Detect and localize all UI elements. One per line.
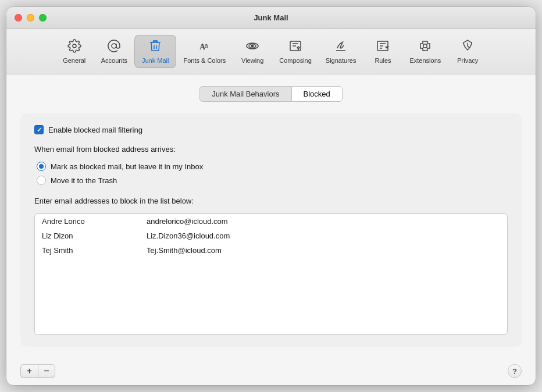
main-window: Junk Mail General Accounts <box>6 7 536 385</box>
radio-mark-blocked-row: Mark as blocked mail, but leave it in my… <box>37 162 508 171</box>
email-addr-1: Liz.Dizon36@icloud.com <box>147 231 230 240</box>
tab-junk-mail-behaviors[interactable]: Junk Mail Behaviors <box>199 86 291 102</box>
composing-icon <box>288 39 302 55</box>
accounts-label: Accounts <box>101 57 127 64</box>
svg-text:a: a <box>205 42 208 49</box>
tab-blocked[interactable]: Blocked <box>291 86 343 102</box>
minimize-button[interactable] <box>27 14 34 22</box>
toolbar: General Accounts <box>6 29 536 74</box>
table-row: Tej Smith Tej.Smith@icloud.com <box>35 243 507 258</box>
help-button[interactable]: ? <box>508 364 522 378</box>
toolbar-item-fonts-colors[interactable]: A a Fonts & Colors <box>176 35 233 67</box>
svg-point-0 <box>73 44 76 48</box>
junk-mail-icon <box>148 39 162 55</box>
junk-mail-label: Junk Mail <box>142 57 169 64</box>
at-icon <box>107 39 121 55</box>
window-title: Junk Mail <box>254 13 288 22</box>
general-label: General <box>63 57 85 64</box>
fonts-colors-label: Fonts & Colors <box>183 57 226 64</box>
composing-label: Composing <box>279 57 312 64</box>
toolbar-item-junk-mail[interactable]: Junk Mail <box>134 35 176 68</box>
radio-move-trash-label: Move it to the Trash <box>51 176 117 185</box>
toolbar-item-composing[interactable]: Composing <box>272 35 319 67</box>
email-list-inner: Andre Lorico andrelorico@icloud.com Liz … <box>35 214 507 334</box>
svg-point-5 <box>251 45 254 48</box>
settings-panel: Enable blocked mail filtering When email… <box>20 113 522 347</box>
extensions-icon <box>418 39 432 55</box>
enable-filtering-checkbox[interactable] <box>34 125 44 134</box>
radio-group: Mark as blocked mail, but leave it in my… <box>37 162 508 185</box>
viewing-icon <box>245 39 259 55</box>
email-addr-2: Tej.Smith@icloud.com <box>147 246 222 255</box>
bottom-bar: + − ? <box>6 358 536 385</box>
email-list: Andre Lorico andrelorico@icloud.com Liz … <box>34 213 508 335</box>
list-section-label: Enter email addresses to block in the li… <box>34 197 508 205</box>
toolbar-item-viewing[interactable]: Viewing <box>233 35 272 67</box>
toolbar-item-privacy[interactable]: Privacy <box>448 35 487 67</box>
svg-point-1 <box>112 44 116 48</box>
radio-mark-blocked-label: Mark as blocked mail, but leave it in my… <box>51 162 203 171</box>
content-area: Junk Mail Behaviors Blocked Enable block… <box>6 74 536 358</box>
rules-icon <box>376 39 390 55</box>
rules-label: Rules <box>375 57 391 64</box>
privacy-icon <box>461 39 475 55</box>
viewing-label: Viewing <box>241 57 263 64</box>
email-name-0: Andre Lorico <box>42 217 112 226</box>
privacy-label: Privacy <box>457 57 478 64</box>
radio-mark-blocked[interactable] <box>37 162 46 171</box>
radio-move-trash[interactable] <box>37 176 46 185</box>
tab-bar: Junk Mail Behaviors Blocked <box>20 86 522 102</box>
maximize-button[interactable] <box>39 14 47 22</box>
remove-button[interactable]: − <box>38 364 55 378</box>
toolbar-item-general[interactable]: General <box>55 35 94 67</box>
svg-rect-10 <box>423 44 427 48</box>
fonts-icon: A a <box>198 39 212 55</box>
titlebar: Junk Mail <box>6 7 536 29</box>
extensions-label: Extensions <box>409 57 441 64</box>
table-row: Andre Lorico andrelorico@icloud.com <box>35 214 507 229</box>
toolbar-item-accounts[interactable]: Accounts <box>94 35 134 67</box>
close-button[interactable] <box>15 14 22 22</box>
signatures-label: Signatures <box>326 57 356 64</box>
add-button[interactable]: + <box>20 364 38 378</box>
signatures-icon <box>334 39 348 55</box>
table-row: Liz Dizon Liz.Dizon36@icloud.com <box>35 229 507 243</box>
email-name-1: Liz Dizon <box>42 231 112 240</box>
gear-icon <box>67 39 81 55</box>
toolbar-item-extensions[interactable]: Extensions <box>402 35 448 67</box>
radio-move-trash-row: Move it to the Trash <box>37 176 508 185</box>
email-addr-0: andrelorico@icloud.com <box>147 217 228 226</box>
email-name-2: Tej Smith <box>42 246 112 255</box>
blocked-address-section-label: When email from blocked address arrives: <box>34 145 508 154</box>
toolbar-item-rules[interactable]: Rules <box>363 35 402 67</box>
enable-filtering-row: Enable blocked mail filtering <box>34 125 508 134</box>
add-remove-group: + − <box>20 364 55 378</box>
traffic-lights <box>15 14 47 22</box>
toolbar-item-signatures[interactable]: Signatures <box>319 35 363 67</box>
enable-filtering-label: Enable blocked mail filtering <box>48 126 142 134</box>
